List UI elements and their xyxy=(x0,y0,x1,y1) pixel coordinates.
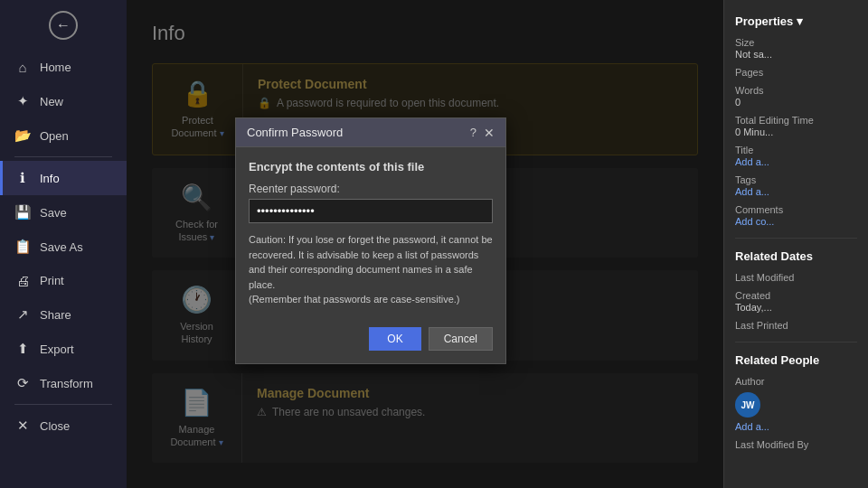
password-input[interactable] xyxy=(249,199,493,223)
sidebar-item-print-label: Print xyxy=(40,274,64,287)
properties-chevron[interactable]: ▾ xyxy=(797,14,803,28)
right-panel: Properties ▾ Size Not sa... Pages Words … xyxy=(723,0,868,488)
sidebar-item-transform[interactable]: ⟳ Transform xyxy=(0,366,127,400)
print-icon: 🖨 xyxy=(14,273,31,288)
tags-value[interactable]: Add a... xyxy=(735,186,857,197)
password-label: Reenter password: xyxy=(249,183,493,195)
modal-header-actions: ? ✕ xyxy=(470,126,495,139)
transform-icon: ⟳ xyxy=(14,375,31,391)
rp-tags-row: Tags Add a... xyxy=(735,174,857,197)
sidebar-item-new[interactable]: ✦ New xyxy=(0,84,127,118)
share-icon: ↗ xyxy=(14,306,31,323)
size-value: Not sa... xyxy=(735,49,857,60)
size-label: Size xyxy=(735,37,857,48)
save-as-icon: 📋 xyxy=(14,239,31,255)
rp-last-modified-row: Last Modified xyxy=(735,272,857,283)
author-label: Author xyxy=(735,376,857,387)
sidebar-item-close[interactable]: ✕ Close xyxy=(0,408,127,443)
sidebar-item-close-label: Close xyxy=(40,419,70,433)
add-author-link[interactable]: Add a... xyxy=(735,421,857,432)
ok-button[interactable]: OK xyxy=(369,327,420,351)
sidebar-item-transform-label: Transform xyxy=(40,377,93,390)
sidebar-item-save-as-label: Save As xyxy=(40,240,83,254)
back-button[interactable]: ← xyxy=(0,0,127,51)
sidebar-item-share[interactable]: ↗ Share xyxy=(0,297,127,332)
sidebar-item-open[interactable]: 📂 Open xyxy=(0,118,127,153)
title-label: Title xyxy=(735,145,857,155)
save-icon: 💾 xyxy=(14,204,31,221)
sidebar-item-export[interactable]: ⬆ Export xyxy=(0,332,127,366)
last-modified-label: Last Modified xyxy=(735,272,857,283)
related-people-title: Related People xyxy=(735,353,857,367)
back-icon: ← xyxy=(49,11,78,40)
sidebar-item-save-label: Save xyxy=(40,206,67,220)
rp-size-row: Size Not sa... xyxy=(735,37,857,60)
home-icon: ⌂ xyxy=(14,60,31,75)
modal-overlay: Confirm Password ? ✕ Encrypt the content… xyxy=(127,0,723,488)
modal-body: Encrypt the contents of this file Reente… xyxy=(236,147,505,327)
modal-close-button[interactable]: ✕ xyxy=(484,127,495,139)
properties-section-title: Properties ▾ xyxy=(735,14,857,28)
sidebar-nav: ⌂ Home ✦ New 📂 Open ℹ Info 💾 Save 📋 Save… xyxy=(0,51,127,488)
last-printed-label: Last Printed xyxy=(735,320,857,331)
rp-created-row: Created Today,... xyxy=(735,290,857,313)
modal-header: Confirm Password ? ✕ xyxy=(236,118,505,147)
words-label: Words xyxy=(735,85,857,96)
sidebar-item-info-label: Info xyxy=(40,172,60,185)
sidebar-item-new-label: New xyxy=(40,95,63,108)
rp-author-row: Author JW Add a... xyxy=(735,376,857,432)
rp-last-modified-by-row: Last Modified By xyxy=(735,439,857,450)
sidebar-item-share-label: Share xyxy=(40,308,71,322)
open-icon: 📂 xyxy=(14,127,31,144)
rp-words-row: Words 0 xyxy=(735,85,857,108)
info-icon: ℹ xyxy=(14,170,31,186)
words-value: 0 xyxy=(735,97,857,108)
sidebar-item-info[interactable]: ℹ Info xyxy=(0,161,127,195)
modal-help-button[interactable]: ? xyxy=(470,126,476,139)
rp-pages-row: Pages xyxy=(735,67,857,78)
rp-last-printed-row: Last Printed xyxy=(735,320,857,331)
sidebar-item-save-as[interactable]: 📋 Save As xyxy=(0,230,127,264)
author-avatar: JW xyxy=(735,392,760,418)
rp-title-row: Title Add a... xyxy=(735,145,857,167)
rp-divider-1 xyxy=(735,238,857,239)
sidebar-divider-2 xyxy=(14,404,112,405)
created-label: Created xyxy=(735,290,857,301)
comments-value[interactable]: Add co... xyxy=(735,216,857,227)
cancel-button[interactable]: Cancel xyxy=(429,327,493,351)
sidebar-item-home-label: Home xyxy=(40,61,71,74)
close-icon: ✕ xyxy=(14,418,31,434)
confirm-password-dialog: Confirm Password ? ✕ Encrypt the content… xyxy=(235,117,506,364)
tags-label: Tags xyxy=(735,174,857,185)
rp-divider-2 xyxy=(735,342,857,343)
new-icon: ✦ xyxy=(14,93,31,109)
pages-label: Pages xyxy=(735,67,857,78)
rp-comments-row: Comments Add co... xyxy=(735,204,857,227)
editing-time-value: 0 Minu... xyxy=(735,127,857,137)
related-dates-title: Related Dates xyxy=(735,249,857,263)
sidebar-item-home[interactable]: ⌂ Home xyxy=(0,51,127,84)
comments-label: Comments xyxy=(735,204,857,215)
sidebar-item-save[interactable]: 💾 Save xyxy=(0,195,127,230)
modal-title: Confirm Password xyxy=(247,126,343,139)
last-modified-by-label: Last Modified By xyxy=(735,439,857,450)
modal-footer: OK Cancel xyxy=(236,327,505,363)
main-content: Info 🔒 ProtectDocument ▾ Protect Documen… xyxy=(127,0,723,488)
sidebar-item-open-label: Open xyxy=(40,129,69,143)
rp-editing-time-row: Total Editing Time 0 Minu... xyxy=(735,115,857,137)
modal-section-title: Encrypt the contents of this file xyxy=(249,160,493,174)
export-icon: ⬆ xyxy=(14,341,31,357)
sidebar-item-export-label: Export xyxy=(40,343,74,356)
created-value: Today,... xyxy=(735,302,857,313)
sidebar: ← ⌂ Home ✦ New 📂 Open ℹ Info 💾 Save 📋 Sa… xyxy=(0,0,127,488)
author-info: JW xyxy=(735,392,857,418)
sidebar-divider-1 xyxy=(14,156,112,157)
modal-caution-text: Caution: If you lose or forget the passw… xyxy=(249,232,493,307)
sidebar-item-print[interactable]: 🖨 Print xyxy=(0,264,127,297)
title-value[interactable]: Add a... xyxy=(735,156,857,167)
editing-time-label: Total Editing Time xyxy=(735,115,857,126)
